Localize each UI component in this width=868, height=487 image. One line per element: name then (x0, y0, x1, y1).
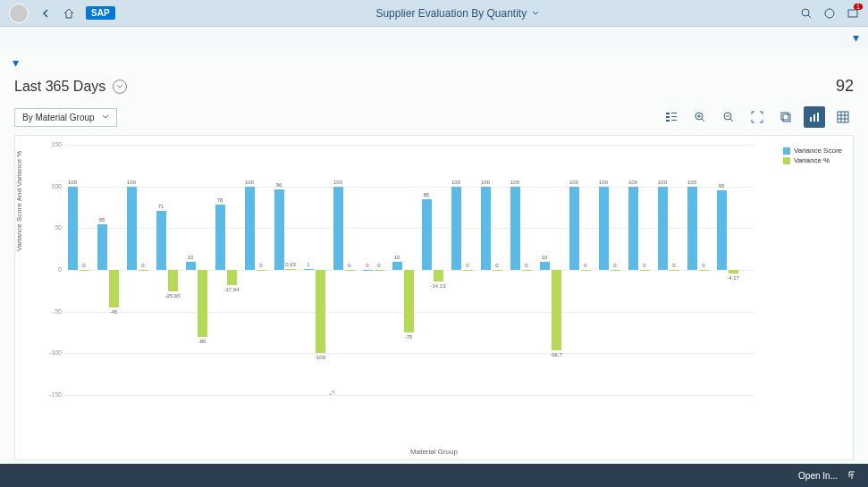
bar-value-label: 100 (65, 180, 86, 185)
svg-rect-16 (838, 112, 848, 122)
y-tick: -150 (40, 391, 62, 398)
bar-value-label: 100 (501, 180, 528, 185)
variance-percent-bar[interactable] (80, 270, 89, 271)
chevron-down-icon (102, 113, 109, 121)
variance-percent-bar[interactable] (227, 270, 237, 285)
chart-container: Variance Score Variance % Variance Score… (14, 135, 854, 460)
svg-rect-12 (783, 114, 790, 122)
bar-value-label: 0 (661, 263, 687, 268)
notifications-icon[interactable]: 1 (847, 7, 859, 20)
share-icon[interactable] (847, 469, 857, 482)
variance-percent-bar[interactable] (493, 270, 502, 271)
variance-score-bar[interactable] (392, 262, 402, 270)
variance-score-bar[interactable] (451, 187, 461, 270)
variance-percent-bar[interactable] (316, 270, 325, 353)
variance-percent-bar[interactable] (168, 270, 178, 291)
y-axis-label: Variance Score And Variance % (15, 151, 23, 252)
back-icon[interactable] (39, 7, 52, 20)
variance-percent-bar[interactable] (198, 270, 207, 337)
variance-score-bar[interactable] (304, 269, 314, 270)
variance-percent-bar[interactable] (581, 270, 591, 271)
chart-view-button[interactable] (804, 106, 825, 128)
funnel-icon[interactable]: ▾ (13, 55, 19, 70)
y-tick: 100 (40, 183, 62, 189)
variance-percent-bar[interactable] (286, 269, 296, 270)
bar-value-label: -100 (307, 355, 333, 360)
variance-score-bar[interactable] (245, 187, 255, 270)
chevron-down-icon (532, 10, 539, 17)
variance-percent-bar[interactable] (552, 270, 561, 350)
svg-rect-5 (666, 120, 670, 122)
group-by-dropdown[interactable]: By Material Group (14, 108, 117, 127)
svg-rect-6 (671, 113, 677, 113)
variance-score-bar[interactable] (717, 190, 727, 270)
bar-group: 95-4,17Jacken(Women) (714, 145, 743, 395)
variance-percent-bar[interactable] (463, 270, 473, 271)
page-title-dropdown[interactable]: Supplier Evaluation By Quantity (375, 7, 539, 20)
variance-percent-bar[interactable] (670, 270, 679, 271)
variance-percent-bar[interactable] (434, 270, 443, 281)
y-tick: 150 (40, 141, 62, 147)
bar-value-label: 96 (265, 182, 292, 188)
variance-score-bar[interactable] (658, 187, 668, 270)
variance-percent-bar[interactable] (139, 270, 148, 271)
variance-percent-bar[interactable] (109, 270, 119, 307)
variance-score-bar[interactable] (68, 187, 78, 270)
variance-score-bar[interactable] (599, 187, 609, 270)
footer-bar: Open In... (0, 464, 868, 487)
variance-score-bar[interactable] (127, 187, 137, 270)
variance-percent-bar[interactable] (345, 270, 355, 271)
variance-score-bar[interactable] (422, 199, 432, 270)
bar-value-label: 78 (206, 197, 233, 203)
bar-value-label: 100 (324, 180, 351, 185)
bar-value-label: 0 (248, 263, 274, 268)
variance-percent-bar[interactable] (640, 270, 650, 271)
open-in-button[interactable]: Open In... (798, 471, 838, 481)
kpi-value: 92 (836, 77, 854, 96)
variance-score-bar[interactable] (628, 187, 638, 270)
variance-score-bar[interactable] (274, 189, 284, 270)
search-icon[interactable] (800, 7, 813, 20)
variance-score-bar[interactable] (333, 187, 343, 270)
variance-score-bar[interactable] (186, 262, 196, 270)
title-row: Last 365 Days 92 (0, 77, 868, 103)
variance-score-bar[interactable] (481, 187, 491, 270)
bars-scroll[interactable]: 1000Forks55-45ROH (Raw Material)-11000To… (65, 145, 743, 395)
legend-label-1: Variance Score (794, 147, 842, 155)
variance-percent-bar[interactable] (699, 270, 709, 271)
variance-percent-bar[interactable] (611, 270, 620, 271)
table-view-button[interactable] (832, 106, 854, 128)
bar-value-label: 0 (484, 263, 510, 268)
variance-percent-bar[interactable] (522, 270, 532, 271)
variance-score-bar[interactable] (687, 187, 697, 270)
svg-rect-11 (781, 113, 788, 120)
refresh-icon[interactable] (113, 80, 127, 94)
page-heading: Last 365 Days (14, 79, 127, 95)
zoom-in-icon[interactable] (689, 106, 711, 128)
zoom-out-icon[interactable] (718, 106, 739, 128)
x-axis-label: Material Group (410, 448, 458, 456)
variance-score-bar[interactable] (215, 205, 225, 270)
bar-value-label: 1 (295, 262, 322, 267)
fullscreen-icon[interactable] (746, 106, 768, 128)
bar-value-label: 100 (619, 180, 646, 185)
copilot-icon[interactable] (823, 7, 836, 20)
filter-icon[interactable]: ▾ (853, 30, 859, 45)
variance-score-bar[interactable] (540, 262, 550, 270)
legend-toggle-icon[interactable] (661, 106, 682, 128)
export-icon[interactable] (775, 106, 796, 128)
bar-group: 10-80Wheels (183, 145, 212, 395)
variance-score-bar[interactable] (510, 187, 520, 270)
bar-value-label: 55 (88, 217, 115, 223)
variance-percent-bar[interactable] (404, 270, 414, 332)
home-icon[interactable] (63, 7, 75, 20)
variance-score-bar[interactable] (363, 270, 373, 271)
bar-value-label: -45 (100, 309, 127, 315)
variance-percent-bar[interactable] (375, 270, 384, 271)
variance-score-bar[interactable] (156, 211, 166, 270)
variance-percent-bar[interactable] (257, 270, 266, 271)
variance-score-bar[interactable] (97, 224, 107, 270)
avatar[interactable] (9, 4, 29, 23)
variance-score-bar[interactable] (569, 187, 579, 270)
variance-percent-bar[interactable] (729, 270, 738, 273)
